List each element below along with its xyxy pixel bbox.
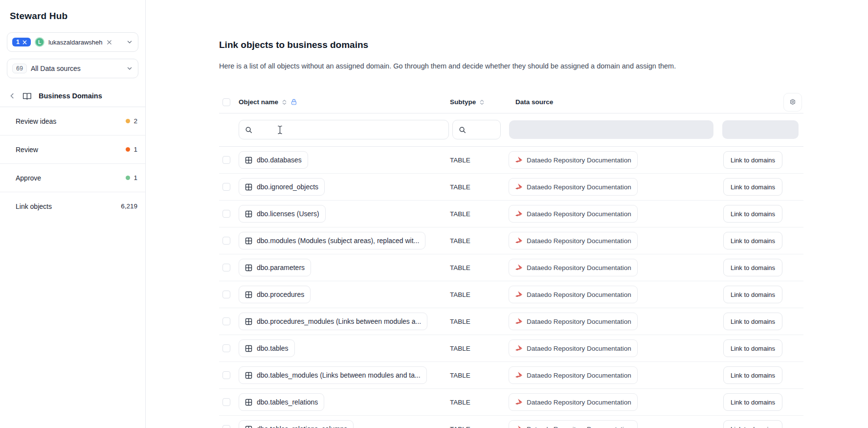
object-name-chip[interactable]: dbo.tables_relations — [239, 393, 324, 411]
link-to-domains-button[interactable]: Link to domains — [723, 151, 782, 169]
data-source-count-badge: 69 — [12, 64, 27, 74]
object-name-chip[interactable]: dbo.databases — [239, 151, 308, 169]
data-source-chip[interactable]: Dataedo Repository Documentation — [509, 339, 638, 357]
data-source-chip[interactable]: Dataedo Repository Documentation — [509, 313, 638, 330]
sidebar-item-label: Approve — [16, 174, 41, 182]
data-source-text: Dataedo Repository Documentation — [527, 399, 631, 406]
object-name-chip[interactable]: dbo.parameters — [239, 259, 311, 276]
object-name-text: dbo.tables_modules (Links between module… — [257, 371, 421, 379]
link-to-domains-button[interactable]: Link to domains — [723, 366, 782, 384]
row-checkbox[interactable] — [223, 264, 230, 271]
subtype-value: TABLE — [450, 372, 470, 379]
link-to-domains-button[interactable]: Link to domains — [723, 286, 782, 303]
link-to-domains-button[interactable]: Link to domains — [723, 205, 782, 223]
table-row: dbo.ignored_objects TABLE Dataedo Reposi… — [219, 174, 803, 201]
search-icon — [245, 126, 252, 134]
link-to-domains-label: Link to domains — [731, 237, 775, 245]
data-source-filter-disabled — [509, 120, 713, 139]
data-source-chip[interactable]: Dataedo Repository Documentation — [509, 420, 638, 428]
link-to-domains-button[interactable]: Link to domains — [723, 339, 782, 357]
subtype-value: TABLE — [450, 237, 470, 245]
dataedo-logo-icon — [515, 264, 523, 271]
data-source-text: Dataedo Repository Documentation — [527, 372, 631, 379]
row-checkbox[interactable] — [223, 183, 230, 191]
table-header-row: Object name Subtype Da — [219, 91, 803, 113]
chevron-down-icon[interactable] — [126, 65, 133, 72]
link-to-domains-label: Link to domains — [731, 318, 775, 325]
sidebar-item-approve[interactable]: Approve 1 — [0, 164, 145, 192]
data-source-chip[interactable]: Dataedo Repository Documentation — [509, 151, 638, 169]
data-source-chip[interactable]: Dataedo Repository Documentation — [509, 393, 638, 411]
book-icon — [22, 92, 32, 100]
main-content: Link objects to business domains Here is… — [146, 0, 868, 428]
table-grid-icon — [245, 183, 252, 191]
sidebar-item-link-objects[interactable]: Link objects 6,219 — [0, 192, 145, 220]
row-checkbox[interactable] — [223, 156, 230, 164]
lock-icon[interactable] — [290, 98, 297, 106]
data-source-chip[interactable]: Dataedo Repository Documentation — [509, 232, 638, 249]
object-name-chip[interactable]: dbo.procedures_modules (Links between mo… — [239, 313, 427, 330]
object-name-chip[interactable]: dbo.licenses (Users) — [239, 205, 326, 223]
link-to-domains-button[interactable]: Link to domains — [723, 313, 782, 330]
table-row: dbo.licenses (Users) TABLE Dataedo Repos… — [219, 201, 803, 227]
link-to-domains-button[interactable]: Link to domains — [723, 393, 782, 411]
row-checkbox[interactable] — [223, 237, 230, 245]
avatar: L — [35, 37, 45, 47]
sort-icon[interactable] — [479, 99, 485, 106]
link-to-domains-button[interactable]: Link to domains — [723, 232, 782, 249]
data-source-chip[interactable]: Dataedo Repository Documentation — [509, 286, 638, 303]
subtype-value: TABLE — [450, 318, 470, 325]
back-button[interactable] — [9, 92, 16, 99]
data-source-chip[interactable]: Dataedo Repository Documentation — [509, 205, 638, 223]
row-checkbox[interactable] — [223, 425, 230, 428]
close-icon — [107, 40, 112, 45]
sidebar-item-review[interactable]: Review 1 — [0, 135, 145, 164]
table-settings-button[interactable] — [783, 93, 802, 112]
link-to-domains-label: Link to domains — [731, 291, 775, 298]
chevron-down-icon[interactable] — [126, 39, 133, 45]
select-all-checkbox[interactable] — [223, 98, 230, 106]
data-source-chip[interactable]: Dataedo Repository Documentation — [509, 366, 638, 384]
table-grid-icon — [245, 399, 252, 406]
app-title: Steward Hub — [10, 11, 145, 22]
object-name-chip[interactable]: dbo.procedures — [239, 286, 311, 303]
data-source-text: Dataedo Repository Documentation — [527, 318, 631, 325]
row-checkbox[interactable] — [223, 344, 230, 352]
object-name-chip[interactable]: dbo.ignored_objects — [239, 178, 325, 196]
gear-icon — [788, 98, 797, 107]
sidebar-item-label: Review — [16, 146, 38, 154]
sidebar-item-count: 2 — [134, 117, 137, 125]
row-checkbox[interactable] — [223, 317, 230, 325]
link-to-domains-label: Link to domains — [731, 372, 775, 379]
object-name-chip[interactable]: dbo.tables_modules (Links between module… — [239, 366, 427, 384]
row-checkbox[interactable] — [223, 398, 230, 406]
object-name-chip[interactable]: dbo.modules (Modules (subject areas), re… — [239, 232, 425, 249]
link-to-domains-button[interactable]: Link to domains — [723, 259, 782, 276]
data-source-text: Dataedo Repository Documentation — [527, 157, 631, 164]
data-source-chip[interactable]: Dataedo Repository Documentation — [509, 259, 638, 276]
row-checkbox[interactable] — [223, 291, 230, 298]
data-source-text: Dataedo Repository Documentation — [527, 210, 631, 218]
user-filter-select[interactable]: 1 L lukaszaldarawsheh — [7, 32, 138, 52]
subtype-search-input[interactable] — [452, 120, 501, 139]
sidebar-item-label: Review ideas — [16, 117, 56, 125]
data-source-filter-select[interactable]: 69 All Data sources — [7, 59, 138, 78]
object-name-chip[interactable]: dbo.tables — [239, 339, 295, 357]
dataedo-logo-icon — [515, 344, 523, 352]
row-checkbox[interactable] — [223, 210, 230, 218]
link-to-domains-button[interactable]: Link to domains — [723, 178, 782, 196]
selected-count-chip[interactable]: 1 — [12, 38, 31, 47]
remove-user-filter-button[interactable] — [107, 40, 112, 45]
sort-icon[interactable] — [281, 99, 288, 106]
search-icon — [459, 126, 466, 134]
object-name-text: dbo.licenses (Users) — [257, 210, 319, 218]
data-source-text: Dataedo Repository Documentation — [527, 345, 631, 352]
object-name-search-input[interactable] — [239, 120, 449, 139]
link-to-domains-button[interactable]: Link to domains — [723, 420, 782, 428]
sidebar-item-count: 1 — [134, 174, 137, 181]
row-checkbox[interactable] — [223, 371, 230, 379]
close-icon[interactable] — [22, 40, 27, 45]
sidebar-item-review-ideas[interactable]: Review ideas 2 — [0, 107, 145, 135]
object-name-chip[interactable]: dbo.tables_relations_columns — [239, 420, 354, 428]
data-source-chip[interactable]: Dataedo Repository Documentation — [509, 178, 638, 196]
